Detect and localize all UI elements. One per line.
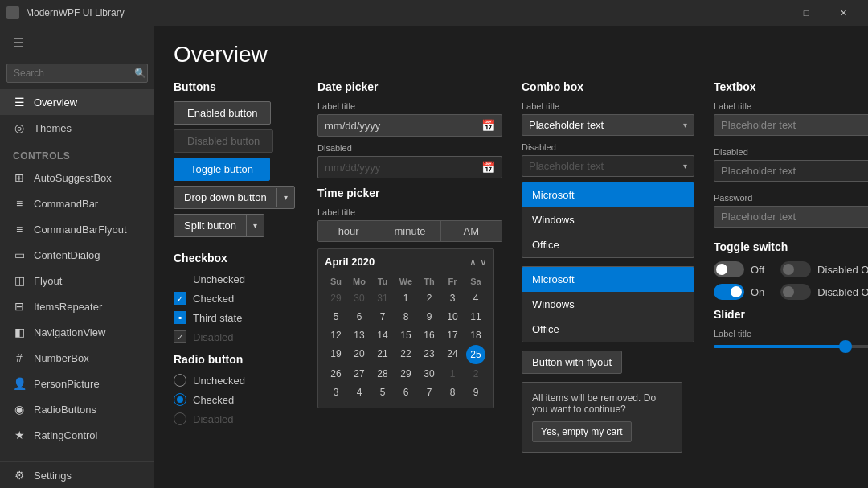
search-box[interactable]: 🔍: [6, 64, 148, 83]
split-button[interactable]: Split button ▾: [174, 214, 264, 237]
combo-option-microsoft2[interactable]: Microsoft: [522, 267, 694, 292]
timepicker-minute[interactable]: minute: [379, 221, 440, 241]
calendar-icon[interactable]: 📅: [481, 119, 495, 132]
sidebar-item-itemsrepeater[interactable]: ⊟ ItemsRepeater: [0, 293, 154, 319]
dropdown-button-label[interactable]: Drop down button: [174, 187, 276, 208]
sidebar-item-ratingcontrol[interactable]: ★ RatingControl: [0, 422, 154, 448]
cal-day[interactable]: 28: [371, 365, 394, 383]
cal-day[interactable]: 9: [465, 383, 487, 401]
cal-day[interactable]: 8: [441, 383, 464, 401]
split-arrow-icon[interactable]: ▾: [247, 216, 264, 235]
combobox-dropdown2[interactable]: Microsoft Windows Office: [522, 266, 694, 342]
cal-day[interactable]: 26: [325, 365, 347, 383]
combo-option-windows1[interactable]: Windows: [522, 207, 694, 232]
cal-day-today[interactable]: 25: [466, 345, 485, 364]
cal-day[interactable]: 8: [395, 308, 417, 326]
checkbox-checked-box[interactable]: ✓: [174, 292, 186, 305]
sidebar-item-navigationview[interactable]: ◧ NavigationView: [0, 319, 154, 345]
flyout-button[interactable]: Button with flyout: [522, 351, 622, 374]
cal-day[interactable]: 20: [348, 345, 371, 364]
cal-day[interactable]: 4: [465, 289, 487, 307]
cal-day[interactable]: 22: [395, 345, 417, 364]
calendar-prev[interactable]: ∧: [469, 256, 477, 268]
combobox-enabled[interactable]: Placeholder text ▾: [522, 114, 694, 136]
sidebar-item-overview[interactable]: ☰ Overview: [0, 89, 154, 115]
textbox-enabled[interactable]: [714, 114, 868, 136]
toggle-on-track[interactable]: [714, 284, 744, 300]
slider-container[interactable]: [714, 345, 868, 348]
maximize-button[interactable]: □: [788, 0, 825, 26]
cal-day[interactable]: 30: [348, 289, 371, 307]
combo-option-windows2[interactable]: Windows: [522, 292, 694, 317]
timepicker-ampm[interactable]: AM: [441, 221, 502, 241]
checkbox-checked[interactable]: ✓ Checked: [174, 292, 298, 305]
close-button[interactable]: ✕: [825, 0, 862, 26]
minimize-button[interactable]: —: [751, 0, 788, 26]
cal-day[interactable]: 11: [465, 308, 487, 326]
combo-dropdown-icon[interactable]: ▾: [683, 121, 687, 129]
cal-day[interactable]: 10: [441, 308, 464, 326]
cal-day[interactable]: 31: [371, 289, 394, 307]
cal-day[interactable]: 18: [465, 326, 487, 344]
cal-day[interactable]: 7: [371, 308, 394, 326]
cal-day[interactable]: 14: [371, 326, 394, 344]
toggle-off-track[interactable]: [714, 261, 744, 277]
sidebar-item-commandbarflyout[interactable]: ≡ CommandBarFlyout: [0, 216, 154, 242]
calendar-next[interactable]: ∨: [480, 256, 487, 268]
radio-unchecked[interactable]: Unchecked: [174, 374, 298, 387]
datepicker-enabled[interactable]: mm/dd/yyyy 📅: [317, 114, 502, 137]
radio-checked[interactable]: Checked: [174, 393, 298, 406]
checkbox-unchecked[interactable]: Unchecked: [174, 273, 298, 285]
cal-day[interactable]: 7: [418, 383, 440, 401]
checkbox-third-state[interactable]: ▪ Third state: [174, 311, 298, 324]
slider-thumb[interactable]: [839, 340, 852, 353]
cal-day[interactable]: 23: [418, 345, 440, 364]
split-button-label[interactable]: Split button: [174, 215, 247, 236]
sidebar-item-themes[interactable]: ◎ Themes: [0, 115, 154, 141]
cal-day[interactable]: 2: [465, 365, 487, 383]
cal-day[interactable]: 2: [418, 289, 440, 307]
cal-day[interactable]: 29: [325, 289, 347, 307]
dropdown-arrow-icon[interactable]: ▾: [276, 188, 294, 207]
cal-day[interactable]: 3: [325, 383, 347, 401]
cal-day[interactable]: 12: [325, 326, 347, 344]
sidebar-item-numberbox[interactable]: # NumberBox: [0, 345, 154, 371]
cal-day[interactable]: 17: [441, 326, 464, 344]
enabled-button[interactable]: Enabled button: [174, 101, 271, 125]
cal-day[interactable]: 9: [418, 308, 440, 326]
cal-day[interactable]: 19: [325, 345, 347, 364]
toggle-button[interactable]: Toggle button: [174, 158, 270, 181]
sidebar-item-personpicture[interactable]: 👤 PersonPicture: [0, 371, 154, 396]
cal-day[interactable]: 6: [395, 383, 417, 401]
cal-day[interactable]: 29: [395, 365, 417, 383]
textbox-password[interactable]: [714, 206, 868, 228]
cal-day[interactable]: 13: [348, 326, 371, 344]
radio-checked-circle[interactable]: [174, 393, 186, 406]
cal-day[interactable]: 3: [441, 289, 464, 307]
hamburger-icon[interactable]: ☰: [0, 26, 154, 60]
timepicker[interactable]: hour minute AM: [317, 220, 502, 242]
sidebar-item-radiobuttons[interactable]: ◉ RadioButtons: [0, 396, 154, 422]
cal-day[interactable]: 16: [418, 326, 440, 344]
combo-option-microsoft1[interactable]: Microsoft: [522, 182, 694, 207]
sidebar-item-contentdialog[interactable]: ▭ ContentDialog: [0, 242, 154, 268]
cal-day[interactable]: 1: [395, 289, 417, 307]
checkbox-unchecked-box[interactable]: [174, 273, 186, 285]
cal-day[interactable]: 5: [371, 383, 394, 401]
sidebar-item-autosuggestbox[interactable]: ⊞ AutoSuggestBox: [0, 165, 154, 191]
combo-option-office1[interactable]: Office: [522, 232, 694, 257]
cal-day[interactable]: 6: [348, 308, 371, 326]
cal-day[interactable]: 21: [371, 345, 394, 364]
cal-day[interactable]: 30: [418, 365, 440, 383]
sidebar-item-commandbar[interactable]: ≡ CommandBar: [0, 191, 154, 216]
radio-unchecked-circle[interactable]: [174, 374, 186, 387]
cal-day[interactable]: 1: [441, 365, 464, 383]
sidebar-item-flyout[interactable]: ◫ Flyout: [0, 268, 154, 293]
cal-day[interactable]: 27: [348, 365, 371, 383]
timepicker-hour[interactable]: hour: [318, 221, 379, 241]
flyout-confirm-button[interactable]: Yes, empty my cart: [532, 421, 632, 442]
dropdown-button[interactable]: Drop down button ▾: [174, 186, 295, 209]
settings-item[interactable]: ⚙ Settings: [0, 461, 154, 488]
checkbox-third-box[interactable]: ▪: [174, 311, 186, 324]
combo-option-office2[interactable]: Office: [522, 317, 694, 342]
